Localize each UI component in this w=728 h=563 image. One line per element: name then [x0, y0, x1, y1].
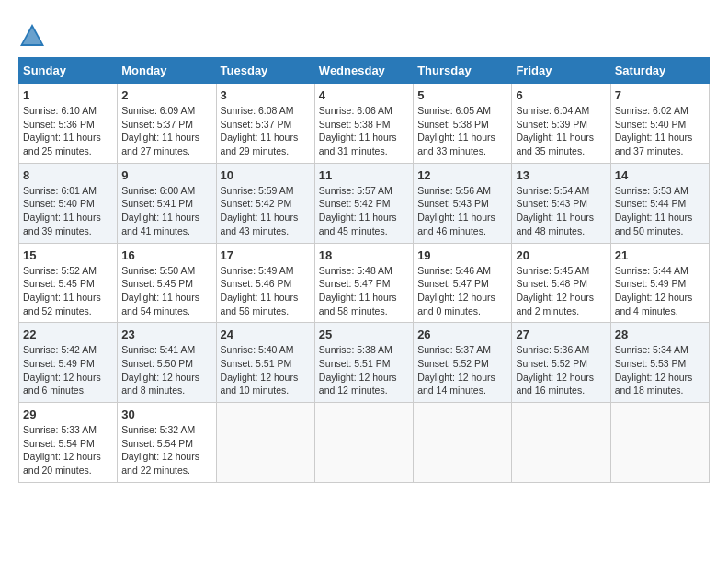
day-info: Sunrise: 5:34 AM Sunset: 5:53 PM Dayligh…: [615, 343, 705, 397]
day-info: Sunrise: 5:36 AM Sunset: 5:52 PM Dayligh…: [516, 343, 606, 397]
calendar-cell: 6Sunrise: 6:04 AM Sunset: 5:39 PM Daylig…: [512, 84, 610, 164]
day-number: 6: [516, 88, 606, 102]
weekday-header: Monday: [118, 58, 216, 84]
calendar-cell: 25Sunrise: 5:38 AM Sunset: 5:51 PM Dayli…: [314, 323, 413, 403]
day-info: Sunrise: 5:42 AM Sunset: 5:49 PM Dayligh…: [23, 343, 113, 397]
day-info: Sunrise: 6:05 AM Sunset: 5:38 PM Dayligh…: [417, 104, 507, 158]
calendar-week-row: 8Sunrise: 6:01 AM Sunset: 5:40 PM Daylig…: [19, 163, 710, 243]
logo: [18, 22, 50, 50]
calendar-cell: 16Sunrise: 5:50 AM Sunset: 5:45 PM Dayli…: [118, 243, 216, 323]
day-info: Sunrise: 6:06 AM Sunset: 5:38 PM Dayligh…: [319, 104, 409, 158]
calendar-cell: 19Sunrise: 5:46 AM Sunset: 5:47 PM Dayli…: [414, 243, 512, 323]
calendar-cell: 3Sunrise: 6:08 AM Sunset: 5:37 PM Daylig…: [216, 84, 314, 164]
day-number: 24: [221, 327, 311, 341]
calendar-cell: 26Sunrise: 5:37 AM Sunset: 5:52 PM Dayli…: [414, 323, 512, 403]
day-info: Sunrise: 5:41 AM Sunset: 5:50 PM Dayligh…: [121, 343, 211, 397]
day-info: Sunrise: 5:32 AM Sunset: 5:54 PM Dayligh…: [121, 423, 211, 477]
day-info: Sunrise: 5:40 AM Sunset: 5:51 PM Dayligh…: [221, 343, 311, 397]
day-number: 1: [23, 88, 113, 102]
calendar-week-row: 22Sunrise: 5:42 AM Sunset: 5:49 PM Dayli…: [19, 323, 710, 403]
day-number: 8: [23, 168, 113, 182]
day-info: Sunrise: 6:09 AM Sunset: 5:37 PM Dayligh…: [121, 104, 211, 158]
calendar-cell: 5Sunrise: 6:05 AM Sunset: 5:38 PM Daylig…: [414, 84, 512, 164]
weekday-header: Wednesday: [314, 58, 413, 84]
calendar-cell: [314, 403, 413, 483]
calendar-week-row: 29Sunrise: 5:33 AM Sunset: 5:54 PM Dayli…: [19, 403, 710, 483]
day-number: 26: [417, 327, 507, 341]
calendar-cell: 9Sunrise: 6:00 AM Sunset: 5:41 PM Daylig…: [118, 163, 216, 243]
calendar-header-row: SundayMondayTuesdayWednesdayThursdayFrid…: [19, 58, 710, 84]
calendar-cell: 14Sunrise: 5:53 AM Sunset: 5:44 PM Dayli…: [610, 163, 709, 243]
day-info: Sunrise: 6:10 AM Sunset: 5:36 PM Dayligh…: [23, 104, 113, 158]
day-number: 14: [615, 168, 705, 182]
calendar-cell: 29Sunrise: 5:33 AM Sunset: 5:54 PM Dayli…: [19, 403, 118, 483]
calendar-cell: [512, 403, 610, 483]
calendar-cell: 13Sunrise: 5:54 AM Sunset: 5:43 PM Dayli…: [512, 163, 610, 243]
day-info: Sunrise: 6:02 AM Sunset: 5:40 PM Dayligh…: [615, 104, 705, 158]
calendar-cell: 1Sunrise: 6:10 AM Sunset: 5:36 PM Daylig…: [19, 84, 118, 164]
calendar-cell: 12Sunrise: 5:56 AM Sunset: 5:43 PM Dayli…: [414, 163, 512, 243]
calendar-cell: [216, 403, 314, 483]
calendar-table: SundayMondayTuesdayWednesdayThursdayFrid…: [18, 57, 710, 483]
calendar-cell: 21Sunrise: 5:44 AM Sunset: 5:49 PM Dayli…: [610, 243, 709, 323]
day-number: 12: [417, 168, 507, 182]
day-info: Sunrise: 5:56 AM Sunset: 5:43 PM Dayligh…: [417, 184, 507, 238]
day-number: 22: [23, 327, 113, 341]
day-number: 16: [121, 248, 211, 262]
calendar-week-row: 15Sunrise: 5:52 AM Sunset: 5:45 PM Dayli…: [19, 243, 710, 323]
calendar-cell: 23Sunrise: 5:41 AM Sunset: 5:50 PM Dayli…: [118, 323, 216, 403]
day-number: 23: [121, 327, 211, 341]
day-number: 11: [319, 168, 409, 182]
logo-icon: [18, 22, 46, 50]
calendar-cell: 7Sunrise: 6:02 AM Sunset: 5:40 PM Daylig…: [610, 84, 709, 164]
day-number: 13: [516, 168, 606, 182]
day-info: Sunrise: 6:04 AM Sunset: 5:39 PM Dayligh…: [516, 104, 606, 158]
calendar-cell: 28Sunrise: 5:34 AM Sunset: 5:53 PM Dayli…: [610, 323, 709, 403]
day-number: 15: [23, 248, 113, 262]
day-info: Sunrise: 5:44 AM Sunset: 5:49 PM Dayligh…: [615, 264, 705, 318]
day-number: 17: [221, 248, 311, 262]
calendar-cell: 11Sunrise: 5:57 AM Sunset: 5:42 PM Dayli…: [314, 163, 413, 243]
calendar-cell: 30Sunrise: 5:32 AM Sunset: 5:54 PM Dayli…: [118, 403, 216, 483]
weekday-header: Friday: [512, 58, 610, 84]
calendar-cell: 10Sunrise: 5:59 AM Sunset: 5:42 PM Dayli…: [216, 163, 314, 243]
day-number: 2: [121, 88, 211, 102]
day-info: Sunrise: 6:01 AM Sunset: 5:40 PM Dayligh…: [23, 184, 113, 238]
day-info: Sunrise: 5:54 AM Sunset: 5:43 PM Dayligh…: [516, 184, 606, 238]
day-number: 18: [319, 248, 409, 262]
calendar-week-row: 1Sunrise: 6:10 AM Sunset: 5:36 PM Daylig…: [19, 84, 710, 164]
day-number: 20: [516, 248, 606, 262]
calendar-cell: 24Sunrise: 5:40 AM Sunset: 5:51 PM Dayli…: [216, 323, 314, 403]
day-number: 19: [417, 248, 507, 262]
day-number: 4: [319, 88, 409, 102]
day-info: Sunrise: 5:38 AM Sunset: 5:51 PM Dayligh…: [319, 343, 409, 397]
day-number: 3: [221, 88, 311, 102]
day-number: 7: [615, 88, 705, 102]
calendar-cell: 22Sunrise: 5:42 AM Sunset: 5:49 PM Dayli…: [19, 323, 118, 403]
day-number: 25: [319, 327, 409, 341]
day-number: 9: [121, 168, 211, 182]
day-info: Sunrise: 5:33 AM Sunset: 5:54 PM Dayligh…: [23, 423, 113, 477]
calendar-cell: 15Sunrise: 5:52 AM Sunset: 5:45 PM Dayli…: [19, 243, 118, 323]
day-number: 5: [417, 88, 507, 102]
calendar-cell: [414, 403, 512, 483]
weekday-header: Sunday: [19, 58, 118, 84]
calendar-cell: 2Sunrise: 6:09 AM Sunset: 5:37 PM Daylig…: [118, 84, 216, 164]
calendar-cell: 8Sunrise: 6:01 AM Sunset: 5:40 PM Daylig…: [19, 163, 118, 243]
calendar-cell: 20Sunrise: 5:45 AM Sunset: 5:48 PM Dayli…: [512, 243, 610, 323]
day-info: Sunrise: 5:50 AM Sunset: 5:45 PM Dayligh…: [121, 264, 211, 318]
day-number: 21: [615, 248, 705, 262]
day-info: Sunrise: 6:08 AM Sunset: 5:37 PM Dayligh…: [221, 104, 311, 158]
calendar-cell: 27Sunrise: 5:36 AM Sunset: 5:52 PM Dayli…: [512, 323, 610, 403]
day-info: Sunrise: 5:57 AM Sunset: 5:42 PM Dayligh…: [319, 184, 409, 238]
weekday-header: Thursday: [414, 58, 512, 84]
calendar-cell: [610, 403, 709, 483]
calendar-cell: 18Sunrise: 5:48 AM Sunset: 5:47 PM Dayli…: [314, 243, 413, 323]
day-info: Sunrise: 5:53 AM Sunset: 5:44 PM Dayligh…: [615, 184, 705, 238]
day-info: Sunrise: 5:52 AM Sunset: 5:45 PM Dayligh…: [23, 264, 113, 318]
day-number: 28: [615, 327, 705, 341]
day-number: 29: [23, 408, 113, 421]
header: [18, 18, 710, 50]
day-info: Sunrise: 5:59 AM Sunset: 5:42 PM Dayligh…: [221, 184, 311, 238]
calendar-cell: 4Sunrise: 6:06 AM Sunset: 5:38 PM Daylig…: [314, 84, 413, 164]
